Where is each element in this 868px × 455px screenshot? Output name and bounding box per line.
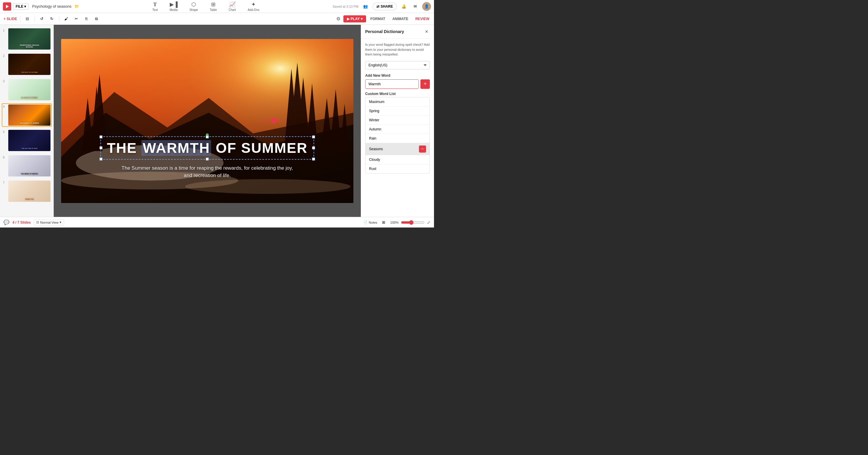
redo-button[interactable]: ↻	[48, 15, 56, 23]
secondary-toolbar: + SLIDE ⊟ ↺ ↻ 🖌 ✂ ⎘ ⧉ ⚙ ▶ PLAY ▾ FORMAT …	[0, 13, 434, 25]
toolbar-media[interactable]: ▶▐ Media	[167, 0, 180, 13]
file-button[interactable]: FILE ▾	[13, 3, 29, 10]
text-icon: 𝐓	[153, 1, 157, 8]
grid-icon[interactable]: ⊞	[380, 218, 388, 227]
slide-thumb-5[interactable]: 5 THE RHYTHM OF RAIN	[2, 129, 52, 152]
slide-thumb-6[interactable]: 6 THE WINDS OF WINTER	[2, 154, 52, 177]
word-item-rust[interactable]: Rust	[366, 164, 430, 173]
warmth-word: WARMTH	[142, 140, 211, 156]
view-selector[interactable]: ⊡ Normal View ▾	[34, 219, 64, 225]
toolbar-shape[interactable]: ⬡ Shape	[187, 0, 200, 13]
share-button[interactable]: ⇄ SHARE	[373, 3, 397, 10]
secondary-left: + SLIDE ⊟ ↺ ↻ 🖌 ✂ ⎘ ⧉	[4, 15, 101, 23]
mail-icon[interactable]: ✉	[411, 2, 419, 11]
chat-icon[interactable]: 💬	[4, 220, 9, 225]
main-layout: 1 TRANSITIONING THROUGHSEASONS 2 THE RUS…	[0, 25, 434, 217]
people-icon[interactable]: 👥	[361, 2, 370, 11]
top-bar-right: Saved at 3:13 PM 👥 ⇄ SHARE 🔔 ✉ 👤	[333, 2, 431, 11]
tab-animate[interactable]: ANIMATE	[391, 16, 409, 22]
word-item-seasons[interactable]: Seasons −	[366, 143, 430, 155]
scissors-button[interactable]: ✂	[72, 15, 81, 23]
panel-body: Is your word flagged during spell check?…	[361, 39, 434, 217]
media-icon: ▶▐	[170, 1, 178, 8]
slide-thumb-2[interactable]: 2 THE RUST OF AUTUMN	[2, 53, 52, 76]
personal-dictionary-panel: Personal Dictionary ✕ Is your word flagg…	[361, 25, 434, 217]
handle-mr[interactable]	[312, 147, 315, 149]
notes-button[interactable]: 📄 Notes	[364, 220, 377, 224]
add-word-button[interactable]: +	[421, 79, 430, 89]
slide-preview-7: THANK YOU	[8, 181, 51, 202]
slide-4-title: THE WARMTH OF SUMMER	[20, 122, 39, 124]
add-word-label: Add New Word	[365, 73, 430, 77]
document-title[interactable]: Psychology of seasons	[32, 4, 71, 8]
notification-icon[interactable]: 🔔	[400, 2, 408, 11]
zoom-level: 100%	[390, 221, 399, 224]
remove-seasons-button[interactable]: −	[419, 145, 426, 153]
slide-title: THE WARMTH OF SUMMER	[107, 140, 308, 156]
slide-preview-1: TRANSITIONING THROUGHSEASONS	[8, 28, 51, 50]
toolbar-table[interactable]: ⊞ Table	[208, 0, 219, 13]
handle-br[interactable]	[312, 158, 315, 161]
custom-word-list: Maximum Spring Winter Autumn Rain Season…	[365, 97, 430, 173]
layout-button[interactable]: ⊟	[23, 15, 32, 23]
slide-6-title: THE WINDS OF WINTER	[21, 173, 38, 175]
word-list-label: Custom Word List	[365, 92, 430, 96]
zoom-slider[interactable]	[401, 220, 425, 225]
slide-canvas: THE WARMTH OF SUMMER The Summer season i…	[61, 39, 353, 203]
slide-thumb-7[interactable]: 7 THANK YOU	[2, 180, 52, 203]
slide-sidebar: 1 TRANSITIONING THROUGHSEASONS 2 THE RUS…	[0, 25, 54, 217]
play-icon: ▶	[347, 17, 349, 21]
tab-review[interactable]: REVIEW	[414, 16, 430, 22]
slide-thumb-3[interactable]: 3 the GRACE OF SPRING	[2, 78, 52, 101]
undo-button[interactable]: ↺	[38, 15, 46, 23]
word-item-winter[interactable]: Winter	[366, 116, 430, 125]
language-select[interactable]: English(US) English(UK)	[365, 61, 430, 69]
saved-status: Saved at 3:13 PM	[333, 5, 359, 8]
word-item-autumn[interactable]: Autumn	[366, 125, 430, 134]
slide-info: 4 / 7 Slides	[12, 220, 31, 225]
handle-tl[interactable]	[99, 135, 102, 138]
word-item-cloudy[interactable]: Cloudy	[366, 155, 430, 164]
panel-header: Personal Dictionary ✕	[361, 25, 434, 39]
slide-1-title: TRANSITIONING THROUGHSEASONS	[20, 44, 39, 48]
chevron-down-icon: ▾	[24, 4, 26, 8]
word-item-maximum[interactable]: Maximum	[366, 97, 430, 106]
handle-bm[interactable]	[206, 158, 209, 161]
title-text-box[interactable]: THE WARMTH OF SUMMER	[100, 136, 314, 160]
toolbar: 𝐓 Text ▶▐ Media ⬡ Shape ⊞ Table 📈 Chart …	[81, 0, 331, 13]
handle-ml[interactable]	[99, 147, 102, 149]
handle-bl[interactable]	[99, 158, 102, 161]
fullscreen-icon[interactable]: ⤢	[427, 220, 430, 225]
tab-format[interactable]: FORMAT	[369, 16, 386, 22]
play-button[interactable]: ▶ PLAY ▾	[343, 15, 366, 23]
paint-button[interactable]: 🖌	[62, 15, 70, 23]
slide-thumb-4[interactable]: 4 THE WARMTH OF SUMMER	[2, 103, 52, 127]
slide-preview-3: the GRACE OF SPRING	[8, 79, 51, 100]
word-item-rain[interactable]: Rain	[366, 134, 430, 143]
handle-tm[interactable]	[206, 135, 209, 138]
canvas-area: THE WARMTH OF SUMMER The Summer season i…	[54, 25, 361, 217]
share-icon: ⇄	[376, 4, 379, 8]
svg-marker-0	[6, 5, 9, 8]
duplicate-button[interactable]: ⧉	[92, 15, 101, 23]
handle-tr[interactable]	[312, 135, 315, 138]
slide-preview-2: THE RUST OF AUTUMN	[8, 54, 51, 75]
slide-preview-5: THE RHYTHM OF RAIN	[8, 130, 51, 151]
folder-icon: 📁	[74, 4, 79, 8]
slide-2-title: THE RUST OF AUTUMN	[21, 71, 37, 73]
toolbar-text[interactable]: 𝐓 Text	[150, 0, 160, 13]
view-icon: ⊡	[36, 220, 39, 224]
table-icon: ⊞	[211, 1, 216, 8]
add-slide-button[interactable]: + SLIDE	[4, 17, 17, 21]
add-word-input[interactable]	[365, 79, 418, 89]
avatar[interactable]: 👤	[422, 2, 431, 11]
top-bar: FILE ▾ Psychology of seasons 📁 𝐓 Text ▶▐…	[0, 0, 434, 13]
toolbar-addons[interactable]: ✦ Add-Ons	[245, 0, 261, 13]
settings-icon[interactable]: ⚙	[336, 16, 340, 22]
close-panel-button[interactable]: ✕	[423, 28, 430, 35]
slide-thumb-1[interactable]: 1 TRANSITIONING THROUGHSEASONS	[2, 27, 52, 51]
toolbar-chart[interactable]: 📈 Chart	[226, 0, 238, 13]
word-item-spring[interactable]: Spring	[366, 106, 430, 116]
chart-icon: 📈	[229, 1, 236, 8]
copy-button[interactable]: ⎘	[82, 15, 91, 23]
